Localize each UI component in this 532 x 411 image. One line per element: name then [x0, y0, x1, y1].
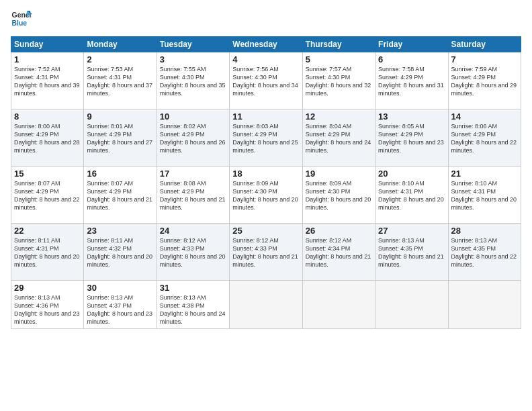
day-number: 4: [232, 54, 299, 64]
day-number: 17: [160, 169, 226, 179]
day-info: Sunrise: 7:53 AM Sunset: 4:31 PM Dayligh…: [87, 65, 153, 98]
day-number: 2: [87, 54, 153, 64]
calendar-cell: 12 Sunrise: 8:04 AM Sunset: 4:29 PM Dayl…: [302, 109, 375, 167]
calendar-cell: 19 Sunrise: 8:09 AM Sunset: 4:30 PM Dayl…: [302, 167, 375, 224]
day-number: 22: [14, 226, 81, 236]
calendar-cell: 14 Sunrise: 8:06 AM Sunset: 4:29 PM Dayl…: [448, 109, 521, 167]
calendar-cell: 25 Sunrise: 8:12 AM Sunset: 4:33 PM Dayl…: [230, 224, 302, 281]
day-number: 24: [160, 226, 226, 236]
day-number: 13: [378, 111, 445, 122]
day-number: 14: [451, 111, 518, 122]
day-number: 23: [87, 226, 153, 236]
day-number: 19: [306, 169, 372, 179]
day-number: 21: [451, 169, 518, 179]
calendar-cell: 30 Sunrise: 8:13 AM Sunset: 4:37 PM Dayl…: [84, 281, 157, 329]
day-info: Sunrise: 8:02 AM Sunset: 4:29 PM Dayligh…: [160, 122, 226, 155]
calendar-cell: 20 Sunrise: 8:10 AM Sunset: 4:31 PM Dayl…: [375, 167, 448, 224]
logo-icon: General Blue: [11, 8, 32, 30]
calendar-cell: 15 Sunrise: 8:07 AM Sunset: 4:29 PM Dayl…: [11, 167, 84, 224]
calendar-cell: 13 Sunrise: 8:05 AM Sunset: 4:29 PM Dayl…: [375, 109, 448, 167]
calendar-table: SundayMondayTuesdayWednesdayThursdayFrid…: [11, 36, 521, 329]
svg-text:Blue: Blue: [12, 19, 28, 27]
day-number: 25: [232, 226, 299, 236]
day-info: Sunrise: 8:12 AM Sunset: 4:33 PM Dayligh…: [232, 236, 299, 269]
calendar-cell: 24 Sunrise: 8:12 AM Sunset: 4:33 PM Dayl…: [157, 224, 229, 281]
calendar-cell: [230, 281, 302, 329]
calendar-cell: 29 Sunrise: 8:13 AM Sunset: 4:36 PM Dayl…: [11, 281, 84, 329]
day-number: 10: [160, 111, 226, 122]
day-number: 3: [160, 54, 226, 64]
weekday-header: Saturday: [448, 37, 521, 52]
calendar-cell: 16 Sunrise: 8:07 AM Sunset: 4:29 PM Dayl…: [84, 167, 157, 224]
day-number: 26: [306, 226, 372, 236]
day-number: 6: [378, 54, 445, 64]
page-container: General Blue SundayMondayTuesdayWednesda…: [0, 0, 532, 411]
day-info: Sunrise: 7:58 AM Sunset: 4:29 PM Dayligh…: [378, 65, 445, 98]
day-info: Sunrise: 8:13 AM Sunset: 4:37 PM Dayligh…: [87, 293, 153, 326]
calendar-cell: 28 Sunrise: 8:13 AM Sunset: 4:35 PM Dayl…: [448, 224, 521, 281]
calendar-cell: 18 Sunrise: 8:09 AM Sunset: 4:30 PM Dayl…: [230, 167, 302, 224]
day-info: Sunrise: 8:13 AM Sunset: 4:38 PM Dayligh…: [160, 293, 226, 326]
weekday-header: Tuesday: [157, 37, 229, 52]
day-number: 7: [451, 54, 518, 64]
calendar-cell: 5 Sunrise: 7:57 AM Sunset: 4:30 PM Dayli…: [302, 52, 375, 109]
calendar-cell: 2 Sunrise: 7:53 AM Sunset: 4:31 PM Dayli…: [84, 52, 157, 109]
day-info: Sunrise: 7:59 AM Sunset: 4:29 PM Dayligh…: [451, 65, 518, 98]
day-info: Sunrise: 7:55 AM Sunset: 4:30 PM Dayligh…: [160, 65, 226, 98]
day-info: Sunrise: 8:10 AM Sunset: 4:31 PM Dayligh…: [378, 179, 445, 212]
day-info: Sunrise: 8:11 AM Sunset: 4:32 PM Dayligh…: [87, 236, 153, 269]
day-info: Sunrise: 8:07 AM Sunset: 4:29 PM Dayligh…: [87, 179, 153, 212]
calendar-cell: 27 Sunrise: 8:13 AM Sunset: 4:35 PM Dayl…: [375, 224, 448, 281]
day-info: Sunrise: 8:04 AM Sunset: 4:29 PM Dayligh…: [306, 122, 372, 155]
day-number: 18: [232, 169, 299, 179]
day-info: Sunrise: 8:00 AM Sunset: 4:29 PM Dayligh…: [14, 122, 81, 155]
calendar-cell: 8 Sunrise: 8:00 AM Sunset: 4:29 PM Dayli…: [11, 109, 84, 167]
day-info: Sunrise: 8:09 AM Sunset: 4:30 PM Dayligh…: [306, 179, 372, 212]
weekday-header: Wednesday: [230, 37, 302, 52]
day-number: 30: [87, 283, 153, 293]
day-number: 16: [87, 169, 153, 179]
calendar-cell: 6 Sunrise: 7:58 AM Sunset: 4:29 PM Dayli…: [375, 52, 448, 109]
day-number: 20: [378, 169, 445, 179]
calendar-cell: 3 Sunrise: 7:55 AM Sunset: 4:30 PM Dayli…: [157, 52, 229, 109]
weekday-header: Thursday: [302, 37, 375, 52]
day-info: Sunrise: 7:56 AM Sunset: 4:30 PM Dayligh…: [232, 65, 299, 98]
day-number: 29: [14, 283, 81, 293]
day-number: 15: [14, 169, 81, 179]
logo: General Blue: [11, 8, 35, 30]
day-info: Sunrise: 8:05 AM Sunset: 4:29 PM Dayligh…: [378, 122, 445, 155]
day-info: Sunrise: 8:08 AM Sunset: 4:29 PM Dayligh…: [160, 179, 226, 212]
calendar-cell: [302, 281, 375, 329]
calendar-cell: 21 Sunrise: 8:10 AM Sunset: 4:31 PM Dayl…: [448, 167, 521, 224]
calendar-cell: 4 Sunrise: 7:56 AM Sunset: 4:30 PM Dayli…: [230, 52, 302, 109]
day-number: 9: [87, 111, 153, 122]
page-header: General Blue: [11, 8, 521, 30]
calendar-cell: [375, 281, 448, 329]
calendar-cell: 17 Sunrise: 8:08 AM Sunset: 4:29 PM Dayl…: [157, 167, 229, 224]
weekday-header: Friday: [375, 37, 448, 52]
calendar-cell: 1 Sunrise: 7:52 AM Sunset: 4:31 PM Dayli…: [11, 52, 84, 109]
day-info: Sunrise: 8:13 AM Sunset: 4:35 PM Dayligh…: [451, 236, 518, 269]
day-info: Sunrise: 8:13 AM Sunset: 4:36 PM Dayligh…: [14, 293, 81, 326]
day-info: Sunrise: 8:06 AM Sunset: 4:29 PM Dayligh…: [451, 122, 518, 155]
day-number: 1: [14, 54, 81, 64]
weekday-header: Monday: [84, 37, 157, 52]
day-info: Sunrise: 8:07 AM Sunset: 4:29 PM Dayligh…: [14, 179, 81, 212]
day-info: Sunrise: 8:01 AM Sunset: 4:29 PM Dayligh…: [87, 122, 153, 155]
weekday-header: Sunday: [11, 37, 84, 52]
calendar-cell: 11 Sunrise: 8:03 AM Sunset: 4:29 PM Dayl…: [230, 109, 302, 167]
calendar-cell: [448, 281, 521, 329]
day-number: 5: [306, 54, 372, 64]
day-number: 31: [160, 283, 226, 293]
calendar-cell: 10 Sunrise: 8:02 AM Sunset: 4:29 PM Dayl…: [157, 109, 229, 167]
calendar-cell: 31 Sunrise: 8:13 AM Sunset: 4:38 PM Dayl…: [157, 281, 229, 329]
day-info: Sunrise: 8:11 AM Sunset: 4:31 PM Dayligh…: [14, 236, 81, 269]
calendar-cell: 7 Sunrise: 7:59 AM Sunset: 4:29 PM Dayli…: [448, 52, 521, 109]
day-number: 28: [451, 226, 518, 236]
calendar-cell: 23 Sunrise: 8:11 AM Sunset: 4:32 PM Dayl…: [84, 224, 157, 281]
day-info: Sunrise: 8:03 AM Sunset: 4:29 PM Dayligh…: [232, 122, 299, 155]
day-number: 27: [378, 226, 445, 236]
day-info: Sunrise: 8:13 AM Sunset: 4:35 PM Dayligh…: [378, 236, 445, 269]
calendar-cell: 9 Sunrise: 8:01 AM Sunset: 4:29 PM Dayli…: [84, 109, 157, 167]
day-info: Sunrise: 8:10 AM Sunset: 4:31 PM Dayligh…: [451, 179, 518, 212]
